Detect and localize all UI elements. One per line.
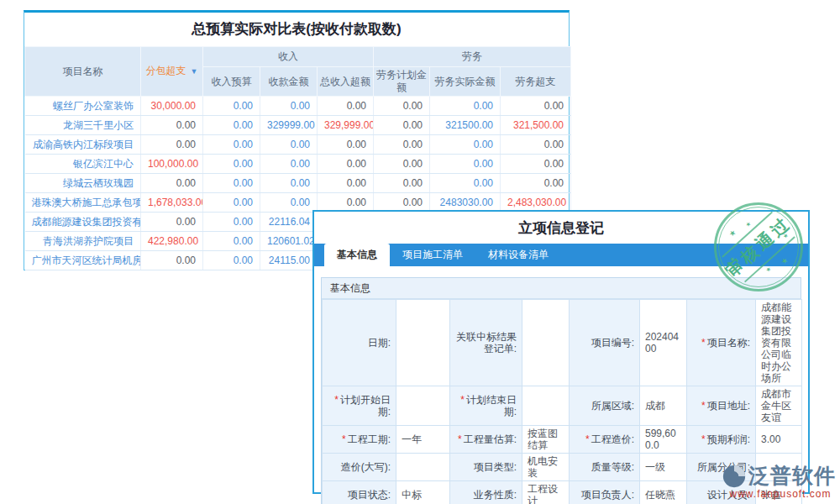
amount-cell: 0.00 bbox=[374, 135, 430, 155]
fanpu-logo-url: www.fanpusoft.com bbox=[722, 488, 838, 500]
amount-cell: 0.00 bbox=[141, 251, 203, 270]
amount-cell: 0.00 bbox=[141, 135, 203, 155]
field-label: 关联中标结果登记单: bbox=[450, 300, 522, 386]
project-name-link[interactable]: 龙湖三千里小区 bbox=[25, 116, 141, 135]
required-asterisk: * bbox=[342, 433, 346, 445]
amount-cell[interactable]: 329999.00 bbox=[260, 116, 318, 135]
amount-cell[interactable]: 0.00 bbox=[260, 174, 318, 193]
desktop-stage: 总预算实际对比表(按收付款取数) 项目名称 分包超支▼ 收入 劳务 收入预算 收… bbox=[0, 0, 840, 504]
amount-cell[interactable]: 321500.00 bbox=[430, 116, 501, 135]
amount-cell[interactable]: 0.00 bbox=[203, 174, 260, 193]
table-row: 龙湖三千里小区0.000.00329999.00329,999.000.0032… bbox=[25, 116, 571, 135]
amount-cell: 0.00 bbox=[374, 155, 430, 174]
field-label-text: 工程量估算: bbox=[464, 433, 517, 445]
amount-cell[interactable]: 0.00 bbox=[260, 155, 318, 174]
field-value[interactable] bbox=[522, 386, 570, 426]
field-value[interactable]: 成都能源建设集团投资有限公司临时办公场所 bbox=[756, 300, 802, 386]
table-window-title: 总预算实际对比表(按收付款取数) bbox=[24, 13, 569, 46]
amount-cell[interactable]: 0.00 bbox=[203, 116, 260, 135]
required-asterisk: * bbox=[460, 394, 465, 406]
field-value[interactable]: 按蓝图结算 bbox=[522, 426, 570, 454]
project-name-link[interactable]: 螺丝厂办公室装饰 bbox=[25, 97, 141, 116]
field-label: *项目名称: bbox=[687, 300, 756, 386]
field-label-text: 项目状态: bbox=[348, 489, 391, 501]
amount-cell[interactable]: 24115.00 bbox=[260, 251, 318, 270]
form-row: *计划开始日期:*计划结束日期:所属区域:成都*项目地址:成都市金牛区友谊 bbox=[323, 386, 802, 426]
amount-cell[interactable]: 0.00 bbox=[203, 232, 260, 251]
column-header-income-budget: 收入预算 bbox=[203, 67, 260, 97]
field-value[interactable]: 任晓燕 bbox=[640, 481, 687, 504]
tab-material-equipment-list[interactable]: 材料设备清单 bbox=[475, 244, 561, 266]
column-header-labor-overrun: 劳务超支 bbox=[501, 67, 571, 97]
amount-cell[interactable]: 0.00 bbox=[430, 155, 501, 174]
project-name-link[interactable]: 青海洪湖养护院项目 bbox=[25, 232, 141, 251]
project-name-link[interactable]: 成渝高铁内江标段项目 bbox=[25, 135, 141, 155]
field-label-text: 关联中标结果登记单: bbox=[456, 331, 517, 354]
field-value[interactable]: 3.00 bbox=[756, 426, 802, 454]
project-name-link[interactable]: 银亿滨江中心 bbox=[25, 155, 141, 174]
field-label: *预期利润: bbox=[687, 426, 756, 454]
required-asterisk: * bbox=[334, 394, 339, 406]
field-label-text: 计划结束日期: bbox=[466, 394, 517, 417]
field-value[interactable]: 中标 bbox=[396, 481, 450, 504]
field-value[interactable]: 机电安装 bbox=[522, 454, 570, 481]
field-value[interactable] bbox=[396, 454, 450, 481]
field-value[interactable]: 成都 bbox=[640, 386, 687, 426]
fanpu-logo-text: 泛普软件 bbox=[748, 462, 836, 490]
project-name-link[interactable]: 成都能源建设集团投资有限公司 bbox=[25, 213, 141, 232]
field-value[interactable] bbox=[396, 300, 450, 386]
project-name-link[interactable]: 港珠澳大桥施工总承包项目 bbox=[25, 193, 141, 213]
field-label: *工程工期: bbox=[323, 426, 396, 454]
amount-cell: 0.00 bbox=[501, 135, 571, 155]
field-value[interactable]: 成都市金牛区友谊 bbox=[756, 386, 802, 426]
amount-cell[interactable]: 0.00 bbox=[203, 97, 260, 116]
fanpu-logo: 泛普软件 www.fanpusoft.com bbox=[722, 462, 838, 500]
sort-dropdown-icon[interactable]: ▼ bbox=[191, 67, 198, 76]
form-row: 日期:关联中标结果登记单:项目编号:20240400*项目名称:成都能源建设集团… bbox=[323, 300, 802, 386]
amount-cell: 0.00 bbox=[501, 174, 571, 193]
amount-cell[interactable]: 0.00 bbox=[203, 213, 260, 232]
amount-cell[interactable]: 120601.02 bbox=[260, 232, 318, 251]
amount-cell[interactable]: 0.00 bbox=[203, 135, 260, 155]
amount-cell[interactable]: 0.00 bbox=[203, 251, 260, 270]
field-label: *工程量估算: bbox=[450, 426, 522, 454]
field-value[interactable] bbox=[522, 300, 570, 386]
amount-cell[interactable]: 0.00 bbox=[203, 155, 260, 174]
amount-cell[interactable]: 0.00 bbox=[430, 97, 501, 116]
project-name-link[interactable]: 绿城云栖玫瑰园 bbox=[25, 174, 141, 193]
field-label-text: 工程工期: bbox=[348, 433, 391, 445]
amount-cell: 30,000.00 bbox=[141, 97, 203, 116]
field-value[interactable] bbox=[396, 386, 450, 426]
amount-cell[interactable]: 0.00 bbox=[203, 193, 260, 213]
field-value[interactable]: 工程设计 bbox=[522, 481, 570, 504]
amount-cell[interactable]: 0.00 bbox=[430, 135, 501, 155]
table-row: 成渝高铁内江标段项目0.000.000.000.000.000.000.00 bbox=[25, 135, 571, 155]
amount-cell[interactable]: 0.00 bbox=[260, 135, 318, 155]
amount-cell[interactable]: 0.00 bbox=[260, 97, 318, 116]
column-header-subcontract-overrun[interactable]: 分包超支▼ bbox=[141, 47, 203, 97]
amount-cell[interactable]: 0.00 bbox=[430, 174, 501, 193]
amount-cell[interactable]: 22116.04 bbox=[260, 213, 318, 232]
field-value[interactable]: 599,600.0 bbox=[640, 426, 687, 454]
subcontract-overrun-label: 分包超支 bbox=[146, 65, 186, 76]
field-label-text: 项目编号: bbox=[591, 337, 634, 349]
amount-cell: 0.00 bbox=[374, 97, 430, 116]
field-label-text: 所属区域: bbox=[591, 400, 634, 412]
field-value[interactable]: 一年 bbox=[396, 426, 450, 454]
field-label-text: 工程造价: bbox=[591, 433, 634, 445]
field-label: *计划开始日期: bbox=[323, 386, 396, 426]
form-row: *工程工期:一年*工程量估算:按蓝图结算*工程造价:599,600.0*预期利润… bbox=[323, 426, 802, 454]
field-label: 项目负责人: bbox=[570, 481, 640, 504]
tab-basic-info[interactable]: 基本信息 bbox=[324, 244, 390, 266]
column-header-receipt-amount: 收款金额 bbox=[260, 67, 318, 97]
field-value[interactable]: 20240400 bbox=[640, 300, 687, 386]
project-name-link[interactable]: 广州市天河区统计局机房改造 bbox=[25, 251, 141, 270]
field-label: *计划结束日期: bbox=[450, 386, 522, 426]
field-label-text: 计划开始日期: bbox=[340, 394, 391, 417]
field-label: 项目编号: bbox=[570, 300, 640, 386]
field-label-text: 项目负责人: bbox=[581, 489, 634, 501]
amount-cell[interactable]: 0.00 bbox=[260, 193, 318, 213]
amount-cell: 0.00 bbox=[318, 174, 374, 193]
tab-construction-list[interactable]: 项目施工清单 bbox=[390, 244, 475, 266]
field-value[interactable]: 一级 bbox=[640, 454, 687, 481]
